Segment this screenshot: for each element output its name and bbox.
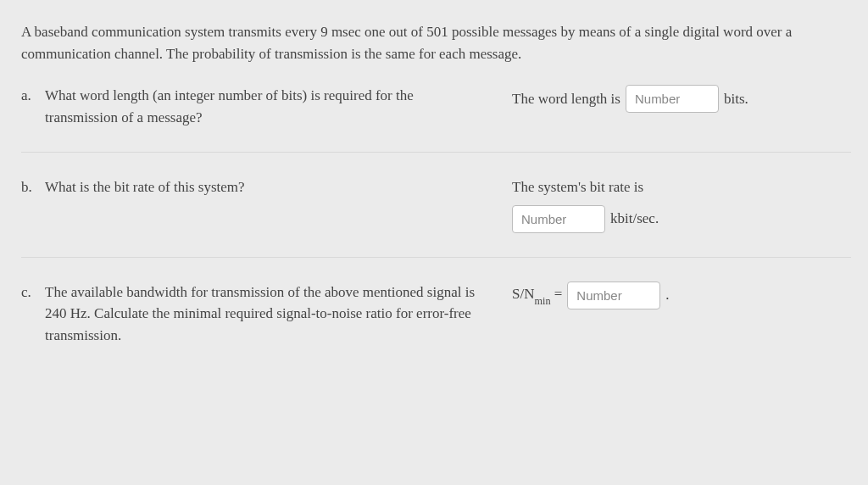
part-c-answer-suffix: . xyxy=(665,284,669,306)
part-a-answer-prefix: The word length is xyxy=(512,88,620,110)
part-c-answer: S/Nmin = . xyxy=(512,282,851,347)
part-a: a. What word length (an integer number o… xyxy=(21,85,851,153)
part-b-input[interactable] xyxy=(512,205,605,233)
part-a-label: a. xyxy=(21,85,45,128)
part-c-answer-prefix: S/Nmin = xyxy=(512,283,562,307)
parts-list: a. What word length (an integer number o… xyxy=(21,85,851,370)
part-b-answer-suffix: kbit/sec. xyxy=(610,208,659,230)
part-a-question: What word length (an integer number of b… xyxy=(45,85,495,128)
part-b-label: b. xyxy=(21,176,45,233)
part-a-input[interactable] xyxy=(626,85,719,113)
part-c: c. The available bandwidth for transmiss… xyxy=(21,282,851,371)
part-c-label: c. xyxy=(21,282,45,347)
problem-intro: A baseband communication system transmit… xyxy=(21,21,851,64)
part-c-question: The available bandwidth for transmission… xyxy=(45,282,495,347)
part-b-question: What is the bit rate of this system? xyxy=(45,176,495,233)
part-c-input[interactable] xyxy=(567,282,660,309)
part-a-answer: The word length is bits. xyxy=(512,85,851,128)
part-a-answer-suffix: bits. xyxy=(724,88,748,110)
part-b-answer: The system's bit rate is kbit/sec. xyxy=(512,176,851,233)
part-b: b. What is the bit rate of this system? … xyxy=(21,176,851,258)
part-b-answer-lead: The system's bit rate is xyxy=(512,176,851,198)
